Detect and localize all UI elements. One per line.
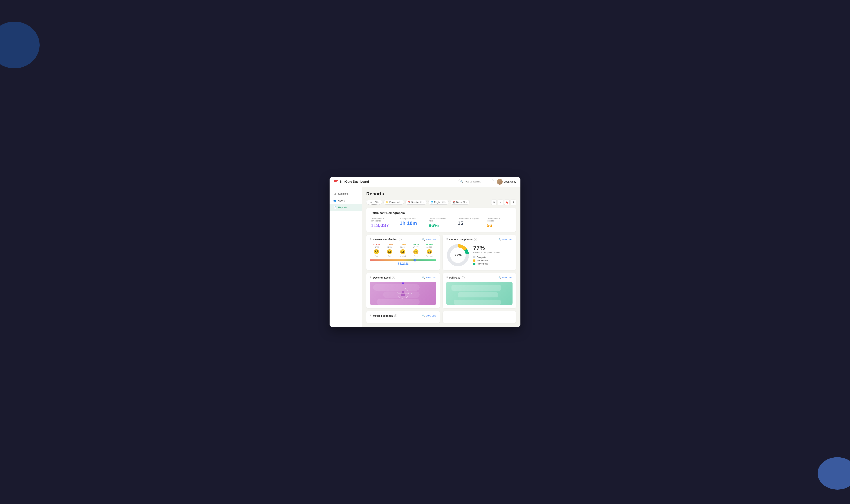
decision-level-card: ⠿ Decision Level i 🔍 Show Data [366,273,440,308]
learner-satisfaction-info-icon[interactable]: i [399,238,402,241]
bottom-row: ⠿ Metric Feedback i 🔍 Show Data [366,311,516,323]
satisfaction-faces: 13.10% 14,908 😟 Poor 12.59% 14,236 😑 Fai… [370,244,436,257]
drag-icon-3: ⠿ [370,276,371,279]
user-area: Joel Janov [497,179,516,185]
search-data-icon-5: 🔍 [422,314,425,317]
face-excellent-count: 43,721 [427,246,432,248]
decision-level-title: ⠿ Decision Level i [370,276,395,279]
fail-pass-header: ⠿ Fail/Pass i 🔍 Show Data [446,276,513,279]
face-excellent-label: Excellent [426,255,433,257]
face-good-label: Good [414,255,418,257]
face-poor-count: 14,908 [374,246,379,248]
users-icon: 👥 [333,199,336,202]
add-icon-button[interactable]: + [498,200,503,205]
decision-level-header: ⠿ Decision Level i 🔍 Show Data [370,276,436,279]
course-completion-show-data[interactable]: 🔍 Show Data [499,238,513,241]
app-window: SimGate Dashboard 🔍 Joel Janov ⊞ Session… [330,177,520,327]
search-box[interactable]: 🔍 [458,179,494,184]
filter-icon-button[interactable]: ⚙ [491,200,497,205]
search-data-icon-2: 🔍 [499,238,501,241]
face-neutral-count: 14,059 [400,246,405,248]
avatar [497,179,503,185]
metric-feedback-header: ⠿ Metric Feedback i 🔍 Show Data [370,314,436,317]
grid-icon: ⊞ [333,192,336,195]
completion-percent: 77% [473,245,513,251]
decision-center: ✕ [397,287,409,300]
stat-participants-value: 113,037 [370,222,392,228]
metric-feedback-title: ⠿ Metric Feedback i [370,314,397,317]
course-completion-info-icon[interactable]: i [474,238,477,241]
decision-level-show-data[interactable]: 🔍 Show Data [422,276,436,279]
face-excellent-emoji: 😄 [427,249,432,255]
session-filter[interactable]: 📅 Session: All ▾ [405,200,427,204]
add-filter-button[interactable]: + Add Filter [366,200,382,204]
learner-satisfaction-show-data[interactable]: 🔍 Show Data [422,238,436,241]
completion-subtitle: Percent of Completed Courses [473,251,513,254]
chevron-down-icon-2: ▾ [423,201,424,203]
metric-feedback-show-data[interactable]: 🔍 Show Data [422,314,436,317]
drag-icon: ⠿ [370,238,371,241]
face-excellent-percent: 38.68% [426,244,433,246]
fail-pass-content [446,282,513,305]
satisfaction-score: 74.31% [370,262,436,266]
face-good-emoji: 😊 [413,249,419,255]
face-fair-count: 14,236 [387,246,393,248]
header-right: 🔍 Joel Janov [458,179,516,185]
face-neutral-label: Neutral [400,255,405,257]
stat-satisfaction-label: Learner satisfaction index [429,218,450,222]
donut-label: 77% [454,253,462,257]
app-title: SimGate Dashboard [340,180,369,183]
filter-bar-right: ⚙ + 🔖 ⬇ [491,200,516,205]
demographic-card: Participant Demographic Total number of … [366,208,516,232]
dates-filter[interactable]: 📆 Dates: All ▾ [450,200,470,204]
search-icon: 🔍 [460,180,463,183]
logo-line-1 [334,180,338,181]
search-input[interactable] [464,180,492,183]
face-good-percent: 35.63% [413,244,419,246]
drag-icon-2: ⠿ [446,238,448,241]
download-icon-button[interactable]: ⬇ [511,200,516,205]
face-fair-emoji: 😑 [387,249,393,255]
logo-line-3 [334,183,338,183]
sidebar-item-sessions-label: Sessions [338,192,348,195]
face-poor-emoji: 😟 [374,249,379,255]
fail-pass-show-data[interactable]: 🔍 Show Data [499,276,513,279]
calendar-icon: 📅 [408,201,411,203]
stat-sessions-label: Total number of sessions [487,218,508,222]
project-filter[interactable]: 📁 Project: All ▾ [383,200,404,204]
stat-seat-time-value: 1h 10m [400,220,421,226]
metric-feedback-card: ⠿ Metric Feedback i 🔍 Show Data [366,311,440,323]
learner-satisfaction-card: ⠿ Learner Satisfaction i 🔍 Show Data 13.… [366,235,440,270]
legend-completed: Completed [473,256,513,258]
decision-level-content: ✕ [370,282,436,305]
sidebar-item-reports[interactable]: 📄 Reports [330,204,362,211]
face-neutral-percent: 12.44% [399,244,406,246]
metric-feedback-info-icon[interactable]: i [394,314,397,317]
filter-bar: + Add Filter 📁 Project: All ▾ 📅 Session:… [366,200,516,205]
face-neutral: 12.44% 14,059 😐 Neutral [399,244,406,257]
sidebar-item-users[interactable]: 👥 Users [330,197,362,204]
region-filter[interactable]: 🌐 Region: All ▾ [428,200,449,204]
chevron-down-icon-3: ▾ [445,201,447,203]
user-name: Joel Janov [504,180,516,183]
stat-satisfaction: Learner satisfaction index 86% [425,218,454,228]
fail-pass-info-icon[interactable]: i [462,276,465,279]
fail-pass-card: ⠿ Fail/Pass i 🔍 Show Data [443,273,516,308]
dates-icon: 📆 [453,201,455,203]
stat-satisfaction-value: 86% [429,222,450,228]
search-data-icon: 🔍 [422,238,425,241]
face-fair-label: Fair [388,255,391,257]
stat-projects-value: 15 [457,220,479,226]
folder-icon: 📁 [386,201,388,203]
course-completion-card: ⠿ Course Completion i 🔍 Show Data [443,235,516,270]
page-title: Reports [366,191,516,197]
decision-level-info-icon[interactable]: i [392,276,395,279]
bookmark-icon-button[interactable]: 🔖 [504,200,510,205]
avatar-image [497,179,503,185]
main-content: Reports + Add Filter 📁 Project: All ▾ 📅 … [362,187,520,327]
drag-icon-4: ⠿ [446,276,448,279]
extra-card [443,311,516,323]
sidebar-item-sessions[interactable]: ⊞ Sessions [330,191,362,197]
completion-content: 77% 77% Percent of Completed Courses Com… [446,244,513,267]
stat-sessions: Total number of sessions 56 [483,218,512,228]
